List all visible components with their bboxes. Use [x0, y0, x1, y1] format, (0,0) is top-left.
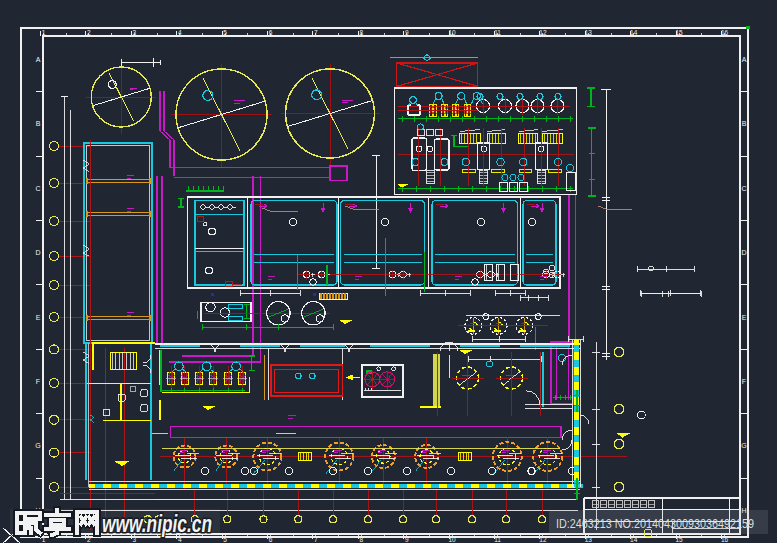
- svg-text:6: 6: [269, 536, 273, 543]
- svg-text:7: 7: [314, 536, 318, 543]
- svg-text:G: G: [35, 442, 40, 449]
- svg-text:D: D: [741, 249, 746, 256]
- svg-text:F: F: [36, 378, 40, 385]
- svg-text:2: 2: [87, 536, 91, 543]
- svg-text:D: D: [35, 249, 40, 256]
- svg-text:E: E: [742, 314, 747, 321]
- svg-text:16: 16: [721, 536, 729, 543]
- svg-text:ID:2463213 NO:2014043009303649: ID:2463213 NO:20140430093036492159: [556, 516, 754, 531]
- svg-text:E: E: [36, 314, 41, 321]
- svg-text:8: 8: [359, 536, 363, 543]
- svg-text:3: 3: [132, 536, 136, 543]
- svg-text:15: 15: [675, 536, 683, 543]
- svg-text:14: 14: [630, 536, 638, 543]
- svg-text:13: 13: [585, 536, 593, 543]
- svg-text:1: 1: [42, 536, 46, 543]
- svg-text:5: 5: [223, 536, 227, 543]
- svg-text:www.nipic.cn: www.nipic.cn: [102, 511, 212, 537]
- svg-text:A: A: [36, 56, 41, 63]
- svg-text:9: 9: [405, 536, 409, 543]
- svg-text:B: B: [742, 120, 747, 127]
- svg-text:C: C: [35, 185, 40, 192]
- svg-text:11: 11: [494, 536, 501, 543]
- svg-text:A: A: [742, 56, 747, 63]
- svg-text:C: C: [741, 185, 746, 192]
- svg-text:10: 10: [448, 536, 456, 543]
- svg-text:4: 4: [178, 536, 182, 543]
- svg-text:F: F: [742, 378, 746, 385]
- svg-text:G: G: [741, 442, 746, 449]
- svg-text:B: B: [36, 120, 41, 127]
- svg-text:12: 12: [539, 536, 547, 543]
